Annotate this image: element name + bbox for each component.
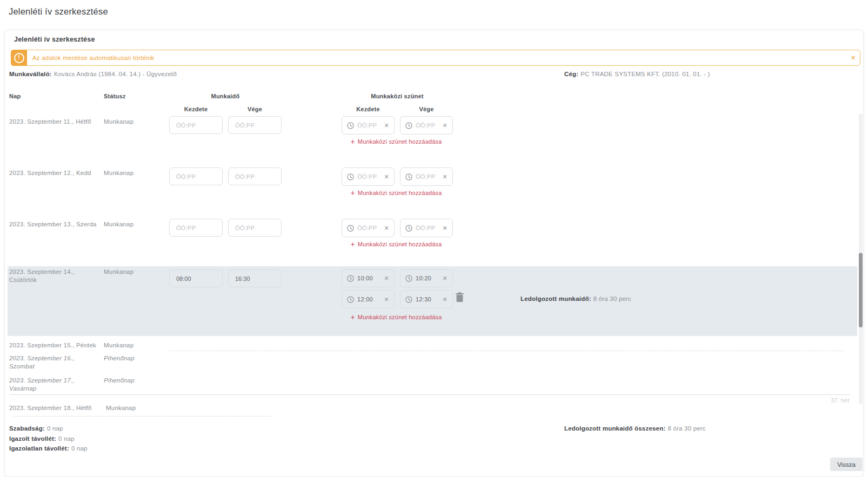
warning-icon-box: ! [11, 50, 27, 66]
subheader-work-start: Kezdete [169, 106, 223, 112]
plus-icon: + [350, 189, 355, 197]
employee-value: Kovács András (1984. 04. 14.) - Ügyvezet… [54, 71, 177, 77]
break-start-value[interactable]: ÓÓ:PP [357, 122, 381, 129]
break-end-value[interactable]: ÓÓ:PP [416, 225, 439, 231]
clear-break2-start-icon[interactable]: ✕ [384, 296, 389, 303]
clock-icon [405, 275, 412, 282]
break2-end-value[interactable]: 12:30 [416, 296, 439, 303]
add-break-label: Munkaközi szünet hozzáadása [358, 314, 442, 320]
add-break-button[interactable]: +Munkaközi szünet hozzáadása [334, 240, 458, 248]
clear-break-start-icon[interactable]: ✕ [384, 225, 389, 232]
break-end-value[interactable]: ÓÓ:PP [416, 173, 439, 180]
add-break-button[interactable]: +Munkaközi szünet hozzáadása [334, 137, 458, 146]
add-break-button[interactable]: +Munkaközi szünet hozzáadása [334, 313, 458, 321]
add-break-button[interactable]: +Munkaközi szünet hozzáadása [334, 189, 458, 197]
clock-icon [347, 173, 354, 180]
fading-row-artifact [169, 351, 843, 351]
row-date: 2023. Szeptember 18., Hétfő [9, 405, 91, 411]
company-info: Cég:PC TRADE SYSTEMS KFT. (2010. 01. 01.… [564, 71, 710, 77]
employee-info: Munkavállaló:Kovács András (1984. 04. 14… [9, 71, 177, 77]
row-date-line1: 2023. Szeptember 17., [9, 377, 75, 384]
clock-icon [405, 296, 412, 303]
row-date-line2: Szombat [9, 363, 35, 369]
add-break-label: Munkaközi szünet hozzáadása [358, 241, 442, 247]
column-header-day: Nap [9, 93, 21, 99]
worked-time-value: 8 óra 30 perc [593, 295, 631, 302]
vacation-summary: Szabadság:0 nap [9, 425, 63, 432]
fading-row-artifact [14, 416, 270, 416]
work-start-input[interactable] [169, 270, 223, 287]
break1-start-value[interactable]: 10:00 [357, 275, 381, 281]
clear-break1-end-icon[interactable]: ✕ [443, 275, 448, 282]
break2-start-value[interactable]: 12:00 [357, 296, 381, 303]
subheader-work-end: Vége [228, 106, 282, 112]
timesheet-edit-screen: Jelenléti ív szerkesztése Jelenléti ív s… [0, 0, 868, 477]
clock-icon [405, 225, 412, 232]
row-date: 2023. Szeptember 11., Hétfő [9, 118, 91, 125]
unexcused-absence-value: 0 nap [71, 445, 88, 452]
worked-time-label: Ledolgozott munkaidő: [520, 295, 591, 302]
excused-absence-summary: Igazolt távollét:0 nap [9, 435, 75, 442]
break-start-chip[interactable]: ÓÓ:PP ✕ [342, 116, 395, 135]
company-value: PC TRADE SYSTEMS KFT. (2010. 01. 01. - ) [580, 71, 710, 77]
break1-start-chip[interactable]: 10:00 ✕ [342, 269, 395, 287]
clear-break1-start-icon[interactable]: ✕ [384, 275, 389, 282]
row-date: 2023. Szeptember 15., Péntek [9, 342, 96, 348]
clock-icon [405, 173, 412, 180]
break1-end-value[interactable]: 10:20 [416, 275, 439, 281]
work-end-input[interactable] [228, 116, 282, 134]
clear-break-end-icon[interactable]: ✕ [443, 173, 448, 180]
work-end-input[interactable] [228, 167, 282, 185]
row-status: Munkanap [104, 221, 133, 227]
subheader-break-start: Kezdete [342, 106, 395, 112]
break-start-chip[interactable]: ÓÓ:PP ✕ [342, 219, 395, 237]
work-end-input[interactable] [228, 270, 282, 287]
clear-break-start-icon[interactable]: ✕ [384, 122, 389, 129]
clock-icon [347, 122, 354, 129]
clear-break-end-icon[interactable]: ✕ [443, 122, 448, 129]
break-start-chip[interactable]: ÓÓ:PP ✕ [342, 167, 395, 186]
work-end-input[interactable] [228, 219, 282, 237]
break1-end-chip[interactable]: 10:20 ✕ [400, 269, 453, 287]
banner-close-icon[interactable]: ✕ [845, 50, 862, 66]
week-number-label: 37. hét [741, 397, 849, 404]
column-header-worktime: Munkaidő [169, 93, 282, 99]
worked-time-info: Ledolgozott munkaidő:8 óra 30 perc [520, 295, 631, 302]
total-worked-label: Ledolgozott munkaidő összesen: [564, 425, 665, 432]
clear-break-start-icon[interactable]: ✕ [384, 173, 389, 180]
clear-break-end-icon[interactable]: ✕ [443, 225, 448, 232]
work-start-input[interactable] [169, 219, 223, 237]
clock-icon [347, 275, 354, 282]
unexcused-absence-summary: Igazolatlan távollét:0 nap [9, 445, 88, 452]
break-start-value[interactable]: ÓÓ:PP [357, 173, 381, 180]
excused-absence-value: 0 nap [58, 435, 75, 442]
scrollbar-thumb[interactable] [859, 253, 863, 327]
vacation-value: 0 nap [47, 425, 63, 432]
break-end-value[interactable]: ÓÓ:PP [416, 122, 439, 129]
warning-icon: ! [14, 53, 24, 63]
plus-icon: + [350, 240, 355, 248]
break2-end-chip[interactable]: 12:30 ✕ [400, 290, 453, 308]
delete-break-row-icon[interactable] [456, 292, 464, 303]
vacation-label: Szabadság: [9, 425, 45, 432]
clock-icon [347, 225, 354, 232]
work-start-input[interactable] [169, 167, 223, 185]
break2-start-chip[interactable]: 12:00 ✕ [342, 290, 395, 308]
autosave-message: Az adatok mentése automatikusan történik [32, 50, 154, 66]
week-divider [9, 394, 850, 395]
break-end-chip[interactable]: ÓÓ:PP ✕ [400, 116, 453, 135]
row-status: Pihenőnap [104, 377, 135, 384]
plus-icon: + [350, 137, 355, 146]
break-end-chip[interactable]: ÓÓ:PP ✕ [400, 219, 453, 237]
row-date: 2023. Szeptember 13., Szerda [9, 221, 97, 227]
back-button[interactable]: Vissza [830, 458, 863, 471]
column-header-break: Munkaközi szünet [342, 93, 453, 99]
work-start-input[interactable] [169, 116, 223, 134]
total-worked-summary: Ledolgozott munkaidő összesen:8 óra 30 p… [564, 425, 706, 432]
row-date-line2: Vasárnap [9, 385, 36, 392]
clear-break2-end-icon[interactable]: ✕ [443, 296, 448, 303]
row-date-line1: 2023. Szeptember 16., [9, 355, 75, 361]
break-end-chip[interactable]: ÓÓ:PP ✕ [400, 167, 453, 186]
row-status: Munkanap [104, 342, 133, 348]
break-start-value[interactable]: ÓÓ:PP [357, 225, 381, 231]
